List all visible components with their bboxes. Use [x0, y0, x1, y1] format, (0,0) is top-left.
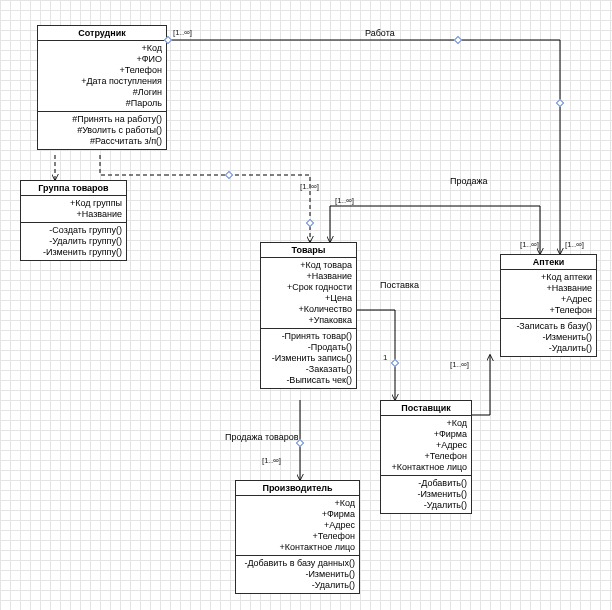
assoc-sale-label: Продажа	[450, 176, 488, 186]
class-title: Поставщик	[381, 401, 471, 416]
mult: 1	[383, 353, 387, 362]
connector-handle-icon	[225, 171, 233, 179]
class-title: Производитель	[236, 481, 359, 496]
class-supplier[interactable]: Поставщик +Код +Фирма +Адрес +Телефон +К…	[380, 400, 472, 514]
connector-handle-icon	[391, 359, 399, 367]
assoc-goods-sale-label: Продажа товаров	[225, 432, 299, 442]
class-pharmacy[interactable]: Аптеки +Код аптеки +Название +Адрес +Тел…	[500, 254, 597, 357]
connector-handle-icon	[296, 439, 304, 447]
class-ops: -Добавить() -Изменить() -Удалить()	[381, 476, 471, 513]
class-attrs: +Код +Фирма +Адрес +Телефон +Контактное …	[381, 416, 471, 476]
mult: [1..∞]	[335, 196, 354, 205]
class-ops: -Записать в базу() -Изменить() -Удалить(…	[501, 319, 596, 356]
class-group[interactable]: Группа товаров +Код группы +Название -Со…	[20, 180, 127, 261]
class-ops: -Добавить в базу данных() -Изменить() -У…	[236, 556, 359, 593]
class-employee[interactable]: Сотрудник +Код +ФИО +Телефон +Дата посту…	[37, 25, 167, 150]
class-attrs: +Код аптеки +Название +Адрес +Телефон	[501, 270, 596, 319]
class-ops: #Принять на работу() #Уволить с работы()…	[38, 112, 166, 149]
class-attrs: +Код группы +Название	[21, 196, 126, 223]
mult: [1..∞]	[565, 240, 584, 249]
class-attrs: +Код товара +Название +Срок годности +Це…	[261, 258, 356, 329]
assoc-work-label: Работа	[365, 28, 395, 38]
class-ops: -Принять товар() -Продать() -Изменить за…	[261, 329, 356, 388]
class-attrs: +Код +ФИО +Телефон +Дата поступления #Ло…	[38, 41, 166, 112]
mult: [1..∞]	[262, 456, 281, 465]
mult: [1..∞]	[450, 360, 469, 369]
class-title: Аптеки	[501, 255, 596, 270]
class-ops: -Создать группу() -Удалить группу() -Изм…	[21, 223, 126, 260]
connector-handle-icon	[556, 99, 564, 107]
mult: [1..∞]	[520, 240, 539, 249]
connector-handle-icon	[306, 219, 314, 227]
class-title: Сотрудник	[38, 26, 166, 41]
assoc-delivery-label: Поставка	[380, 280, 419, 290]
class-manufacturer[interactable]: Производитель +Код +Фирма +Адрес +Телефо…	[235, 480, 360, 594]
class-title: Группа товаров	[21, 181, 126, 196]
class-attrs: +Код +Фирма +Адрес +Телефон +Контактное …	[236, 496, 359, 556]
mult: [1..∞]	[300, 182, 319, 191]
class-title: Товары	[261, 243, 356, 258]
connector-handle-icon	[454, 36, 462, 44]
class-goods[interactable]: Товары +Код товара +Название +Срок годно…	[260, 242, 357, 389]
mult: [1..∞]	[173, 28, 192, 37]
